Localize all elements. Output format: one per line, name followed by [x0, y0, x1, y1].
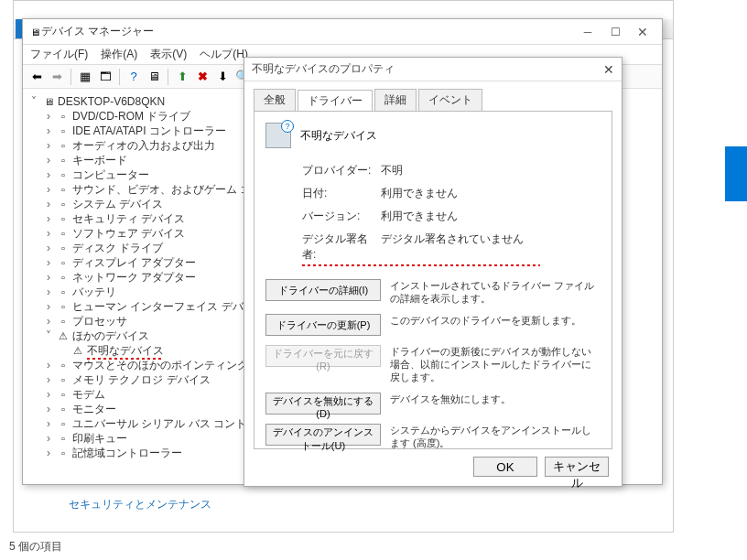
category-icon: ▫: [57, 388, 70, 401]
status-bar: 5 個の項目: [9, 539, 62, 555]
twisty-icon[interactable]: ›: [43, 153, 54, 167]
disable-device-button[interactable]: デバイスを無効にする(D): [265, 393, 381, 415]
uninstall-device-desc: システムからデバイスをアンインストールします (高度)。: [390, 424, 601, 449]
twisty-icon[interactable]: ›: [43, 138, 54, 153]
version-value: 利用できません: [381, 209, 458, 224]
twisty-icon[interactable]: ›: [43, 241, 54, 255]
version-label: バージョン:: [302, 209, 381, 224]
tab-detail[interactable]: 詳細: [374, 89, 417, 111]
uninstall-device-button[interactable]: デバイスのアンインストール(U): [265, 424, 381, 446]
twisty-icon[interactable]: ›: [43, 197, 54, 211]
twisty-icon[interactable]: ›: [43, 182, 54, 197]
tab-panel-driver: 不明なデバイス プロバイダー:不明 日付:利用できません バージョン:利用できま…: [254, 111, 612, 449]
twisty-icon[interactable]: ›: [43, 446, 54, 460]
category-icon: ▫: [57, 183, 70, 196]
device-properties-dialog: 不明なデバイスのプロパティ ✕ 全般 ドライバー 詳細 イベント 不明なデバイス…: [244, 57, 622, 487]
twisty-icon[interactable]: ›: [43, 387, 54, 402]
twisty-icon[interactable]: ›: [43, 285, 54, 299]
cancel-button[interactable]: キャンセル: [545, 457, 609, 477]
dm-app-icon: 🖥: [28, 26, 41, 38]
twisty-icon[interactable]: ›: [43, 211, 54, 226]
ok-button[interactable]: OK: [473, 457, 537, 477]
close-icon[interactable]: ✕: [603, 62, 614, 77]
driver-details-button[interactable]: ドライバーの詳細(I): [265, 279, 381, 301]
related-link[interactable]: セキュリティとメンテナンス: [69, 497, 618, 512]
twisty-icon[interactable]: ˅: [28, 94, 39, 109]
twisty-icon[interactable]: ›: [43, 314, 54, 328]
category-icon: ▫: [57, 256, 70, 269]
signer-value: デジタル署名されていません: [381, 232, 524, 263]
device-name: 不明なデバイス: [300, 128, 377, 144]
dm-title-text: デバイス マネージャー: [41, 24, 574, 39]
category-icon: ▫: [57, 242, 70, 254]
twisty-icon[interactable]: ›: [43, 124, 54, 138]
tab-event[interactable]: イベント: [418, 89, 482, 111]
tab-driver[interactable]: ドライバー: [298, 90, 373, 112]
twisty-icon[interactable]: ›: [43, 270, 54, 285]
category-icon: ▫: [57, 110, 70, 123]
category-icon: ▫: [57, 285, 70, 298]
unknown-device-icon: ⚠: [71, 344, 84, 357]
twisty-icon[interactable]: ›: [43, 372, 54, 387]
prop-title-text: 不明なデバイスのプロパティ: [252, 61, 603, 77]
date-value: 利用できません: [381, 186, 458, 201]
twisty-icon[interactable]: ›: [43, 431, 54, 446]
twisty-icon[interactable]: ›: [43, 109, 54, 124]
category-icon: ▫: [57, 403, 70, 415]
explorer-titlebar: [14, 1, 673, 19]
category-icon: ▫: [57, 432, 70, 445]
device-large-icon: [265, 123, 291, 148]
scan-icon[interactable]: 🖥: [146, 69, 162, 85]
category-icon: ▫: [57, 124, 70, 137]
windows-edge-decoration: [725, 146, 747, 201]
disable-device-desc: デバイスを無効にします。: [390, 393, 601, 405]
twisty-icon[interactable]: ›: [43, 358, 54, 372]
category-icon: ▫: [57, 198, 70, 210]
twisty-icon[interactable]: ›: [43, 255, 54, 270]
twisty-icon[interactable]: ›: [43, 226, 54, 241]
other-icon: ⚠: [57, 329, 70, 342]
prop-tabs: 全般 ドライバー 詳細 イベント: [244, 81, 622, 111]
twisty-icon[interactable]: ˅: [43, 328, 54, 343]
category-icon: ▫: [57, 212, 70, 225]
disable-icon[interactable]: ⬇: [214, 69, 231, 85]
category-icon: ▫: [57, 417, 70, 430]
show-hidden-icon[interactable]: ▦: [77, 69, 93, 85]
category-icon: ▫: [57, 139, 70, 152]
category-icon: ▫: [57, 373, 70, 386]
prop-titlebar[interactable]: 不明なデバイスのプロパティ ✕: [244, 58, 622, 81]
help-icon[interactable]: ?: [125, 69, 142, 85]
update-driver-desc: このデバイスのドライバーを更新します。: [390, 314, 601, 327]
category-icon: ▫: [57, 168, 70, 181]
category-icon: ▫: [57, 359, 70, 372]
category-icon: ▫: [57, 447, 70, 459]
minimize-button[interactable]: ─: [574, 23, 601, 41]
category-icon: ▫: [57, 315, 70, 328]
menu-action[interactable]: 操作(A): [101, 47, 137, 62]
category-icon: ▫: [57, 227, 70, 240]
menu-help[interactable]: ヘルプ(H): [200, 47, 248, 62]
update-driver-icon[interactable]: ⬆: [174, 69, 190, 85]
twisty-icon[interactable]: ›: [43, 402, 54, 416]
category-icon: ▫: [57, 300, 70, 313]
provider-value: 不明: [381, 163, 403, 178]
computer-icon: 🖥: [42, 95, 55, 108]
menu-view[interactable]: 表示(V): [150, 47, 187, 62]
rollback-driver-desc: ドライバーの更新後にデバイスが動作しない場合、以前にインストールしたドライバーに…: [390, 345, 601, 383]
maximize-button[interactable]: ☐: [601, 23, 629, 41]
category-icon: ▫: [57, 154, 70, 167]
twisty-icon[interactable]: ›: [43, 299, 54, 314]
forward-icon[interactable]: ➡: [49, 69, 65, 85]
twisty-icon[interactable]: ›: [43, 416, 54, 431]
tab-general[interactable]: 全般: [254, 89, 296, 111]
uninstall-icon[interactable]: ✖: [194, 69, 211, 85]
menu-file[interactable]: ファイル(F): [30, 47, 88, 62]
twisty-icon[interactable]: ›: [43, 167, 54, 182]
back-icon[interactable]: ⬅: [28, 69, 45, 85]
date-label: 日付:: [302, 186, 381, 201]
dm-titlebar[interactable]: 🖥 デバイス マネージャー ─ ☐ ✕: [23, 19, 662, 45]
update-driver-button[interactable]: ドライバーの更新(P): [265, 314, 381, 336]
close-button[interactable]: ✕: [629, 23, 656, 41]
properties-icon[interactable]: 🗔: [97, 69, 114, 85]
signer-label: デジタル署名者:: [302, 232, 381, 263]
